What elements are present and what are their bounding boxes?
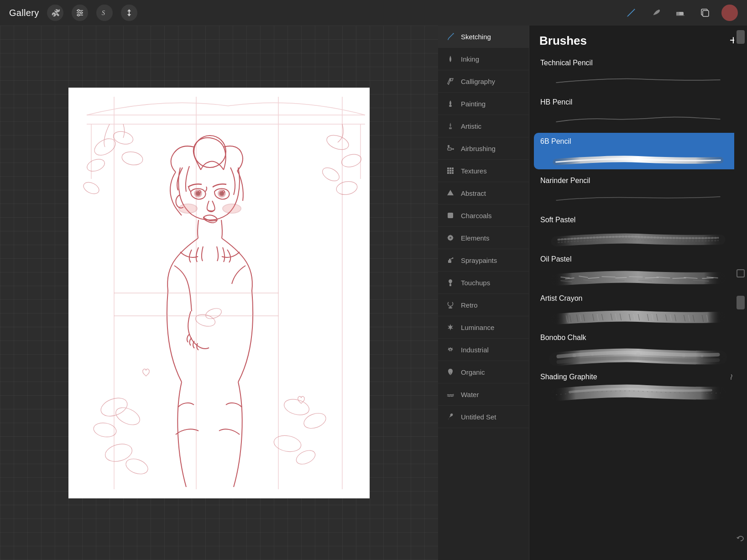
svg-point-66 — [449, 237, 451, 239]
brush-panel-header: Brushes + — [529, 26, 747, 54]
svg-point-104 — [660, 353, 663, 356]
svg-point-102 — [613, 351, 618, 356]
transform-icon[interactable] — [121, 5, 137, 21]
stroke-preview-shading-graphite — [540, 380, 736, 397]
svg-rect-48 — [449, 127, 452, 129]
svg-rect-58 — [449, 170, 451, 172]
inking-icon — [445, 54, 455, 64]
svg-rect-67 — [448, 260, 451, 263]
svg-rect-61 — [449, 172, 451, 174]
svg-point-37 — [199, 191, 201, 193]
canvas-area — [0, 26, 438, 560]
gallery-button[interactable]: Gallery — [9, 8, 39, 18]
charcoals-icon — [445, 210, 455, 220]
brush-item-hb-pencil[interactable]: HB Pencil — [534, 94, 742, 130]
user-avatar[interactable] — [721, 5, 738, 21]
svg-point-71 — [449, 349, 451, 351]
category-item-artistic[interactable]: Artistic — [438, 115, 529, 137]
category-item-textures[interactable]: Textures — [438, 160, 529, 182]
category-item-luminance[interactable]: Luminance — [438, 316, 529, 339]
category-item-water[interactable]: Water — [438, 383, 529, 406]
charcoals-label: Charcoals — [461, 212, 492, 220]
svg-rect-59 — [452, 170, 454, 172]
svg-rect-62 — [452, 172, 454, 174]
stroke-preview-hb-pencil — [540, 109, 736, 126]
brush-categories-sidebar: Sketching Inking Calligraphy Painting — [438, 26, 529, 560]
category-item-painting[interactable]: Painting — [438, 93, 529, 115]
category-item-industrial[interactable]: Industrial — [438, 339, 529, 361]
svg-point-41 — [179, 204, 197, 213]
drawing-canvas[interactable] — [68, 88, 370, 498]
adjustments-icon[interactable] — [72, 5, 88, 21]
elements-icon — [445, 233, 455, 243]
svg-rect-3 — [676, 12, 679, 16]
svg-point-100 — [573, 354, 576, 357]
svg-rect-54 — [447, 167, 449, 169]
wrench-icon[interactable] — [47, 5, 63, 21]
svg-point-103 — [637, 352, 640, 356]
bottom-scroll-handle[interactable] — [737, 296, 745, 309]
category-item-untitled[interactable]: Untitled Set — [438, 406, 529, 428]
sketching-icon — [445, 31, 455, 42]
category-item-airbrushing[interactable]: Airbrushing — [438, 137, 529, 160]
textures-label: Textures — [461, 167, 487, 175]
brush-item-6b-pencil[interactable]: 6B Pencil — [534, 133, 742, 169]
category-item-inking[interactable]: Inking — [438, 48, 529, 70]
brush-name-narinder-pencil: Narinder Pencil — [540, 177, 736, 185]
selection-icon[interactable]: S — [96, 5, 113, 21]
stroke-preview-6b-pencil — [540, 148, 736, 165]
inking-label: Inking — [461, 55, 479, 63]
luminance-icon — [445, 322, 455, 332]
category-item-touchups[interactable]: Touchups — [438, 272, 529, 294]
svg-point-1 — [658, 10, 660, 11]
brush-name-bonobo-chalk: Bonobo Chalk — [540, 334, 736, 342]
layers-icon[interactable] — [697, 5, 713, 21]
luminance-label: Luminance — [461, 324, 494, 331]
smudge-tool-icon[interactable] — [648, 5, 664, 21]
industrial-label: Industrial — [461, 346, 489, 354]
category-item-spraypaints[interactable]: Spraypaints — [438, 249, 529, 272]
brush-item-oil-pastel[interactable]: Oil Pastel — [534, 251, 742, 287]
category-item-elements[interactable]: Elements — [438, 227, 529, 249]
svg-point-101 — [591, 353, 594, 356]
brush-item-shading-graphite[interactable]: Shading Graphite — [534, 368, 742, 401]
stroke-preview-oil-pastel — [540, 266, 736, 283]
eraser-tool-icon[interactable] — [672, 5, 689, 21]
brush-item-technical-pencil[interactable]: Technical Pencil — [534, 54, 742, 91]
brush-item-narinder-pencil[interactable]: Narinder Pencil — [534, 172, 742, 209]
brush-item-artist-crayon[interactable]: Artist Crayon — [534, 290, 742, 326]
touchups-label: Touchups — [461, 279, 490, 287]
shading-graphite-more-icon — [728, 374, 734, 380]
sketching-label: Sketching — [461, 33, 491, 41]
artistic-icon — [445, 121, 455, 131]
industrial-icon — [445, 345, 455, 355]
svg-rect-55 — [449, 167, 451, 169]
abstract-icon — [445, 188, 455, 198]
brush-item-bonobo-chalk[interactable]: Bonobo Chalk — [534, 329, 742, 366]
brush-name-6b-pencil: 6B Pencil — [540, 137, 736, 146]
category-item-abstract[interactable]: Abstract — [438, 182, 529, 204]
brush-item-soft-pastel[interactable]: Soft Pastel — [534, 211, 742, 248]
brush-list: Technical Pencil HB Pencil 6B Pencil — [529, 54, 747, 560]
undo-icon[interactable] — [736, 535, 745, 546]
svg-rect-6 — [703, 10, 709, 16]
scroll-square-button[interactable] — [737, 269, 745, 277]
category-item-sketching[interactable]: Sketching — [438, 26, 529, 48]
top-scroll-handle[interactable] — [737, 30, 745, 44]
pencil-tool-icon[interactable] — [623, 5, 639, 21]
stroke-preview-technical-pencil — [540, 70, 736, 86]
spraypaints-icon — [445, 255, 455, 265]
svg-rect-68 — [449, 259, 450, 260]
elements-label: Elements — [461, 234, 490, 242]
svg-point-40 — [223, 191, 225, 193]
category-item-retro[interactable]: Retro — [438, 294, 529, 316]
right-scrollbar — [734, 26, 747, 560]
category-item-calligraphy[interactable]: Calligraphy — [438, 70, 529, 93]
abstract-label: Abstract — [461, 189, 486, 197]
brush-name-hb-pencil: HB Pencil — [540, 98, 736, 106]
brush-name-oil-pastel: Oil Pastel — [540, 255, 736, 263]
svg-point-106 — [701, 355, 704, 357]
category-item-organic[interactable]: Organic — [438, 361, 529, 383]
category-item-charcoals[interactable]: Charcoals — [438, 204, 529, 227]
airbrushing-icon — [445, 143, 455, 153]
